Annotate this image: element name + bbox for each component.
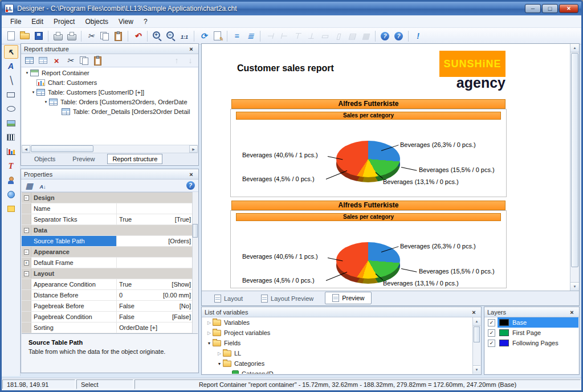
tab-layout-preview[interactable]: Layout Preview <box>254 293 320 304</box>
save-icon[interactable] <box>32 30 45 43</box>
line-tool[interactable] <box>4 74 18 87</box>
scrollbar-thumb[interactable] <box>571 53 578 267</box>
print-icon[interactable] <box>51 30 64 43</box>
same-width-icon[interactable] <box>318 30 331 43</box>
new-project-icon[interactable] <box>5 30 18 43</box>
help-icon[interactable] <box>378 30 392 43</box>
property-row-source-table-path[interactable]: Source Table Path [Orders] <box>22 236 193 247</box>
variables-scrollbar[interactable] <box>472 317 480 374</box>
property-category-design[interactable]: Design <box>22 193 193 203</box>
select-tool[interactable] <box>4 45 18 59</box>
tree-item-table-order-details[interactable]: Table: Order_Details [Orders2Order Detai… <box>22 107 198 116</box>
close-icon[interactable] <box>470 308 478 316</box>
delete-icon[interactable] <box>51 55 62 66</box>
html-object-tool[interactable] <box>4 187 18 201</box>
report-structure-header[interactable]: Report structure <box>21 44 198 54</box>
chart-tool[interactable] <box>4 145 18 158</box>
user-object-tool[interactable] <box>4 173 18 187</box>
scroll-up-icon[interactable] <box>570 44 579 52</box>
property-row-appearance-condition[interactable]: Appearance Condition True[Show] <box>22 279 193 290</box>
close-icon[interactable] <box>187 45 195 53</box>
tab-preview[interactable]: Preview <box>68 154 99 164</box>
property-row-pagebreak-condition[interactable]: Pagebreak Condition False[False] <box>22 312 193 322</box>
tab-report-structure[interactable]: Report structure <box>107 154 162 164</box>
paragraph-properties-2-icon[interactable] <box>244 30 257 43</box>
undo-icon[interactable] <box>131 30 144 43</box>
property-category-data[interactable]: Data <box>22 225 193 236</box>
expand-arrow-icon[interactable] <box>43 100 49 104</box>
layer-row-following-pages[interactable]: Following Pages <box>485 338 578 348</box>
layer-row-base[interactable]: Base <box>485 317 578 328</box>
menu-view[interactable]: View <box>113 16 138 27</box>
zoom-1to1-icon[interactable] <box>178 30 191 43</box>
open-project-icon[interactable] <box>18 30 31 43</box>
center-objects-icon[interactable] <box>359 30 372 43</box>
property-category-layout[interactable]: Layout <box>22 268 193 279</box>
expanded-arrow-icon[interactable] <box>206 341 213 345</box>
variables-header[interactable]: List of variables <box>202 307 481 317</box>
collapse-icon[interactable] <box>24 228 29 233</box>
property-category-appearance[interactable]: Appearance <box>22 247 193 258</box>
align-bottom-icon[interactable] <box>304 30 317 43</box>
tab-layout[interactable]: Layout <box>207 293 250 304</box>
tree-item-fields[interactable]: Fields <box>202 338 472 348</box>
close-icon[interactable] <box>187 170 195 178</box>
tree-item-categories[interactable]: Categories <box>202 358 472 369</box>
paste-table-icon[interactable] <box>37 55 48 66</box>
checkbox-checked-icon[interactable] <box>488 340 495 347</box>
expand-arrow-icon[interactable] <box>30 91 36 94</box>
align-grid-icon[interactable] <box>345 30 358 43</box>
expanded-arrow-icon[interactable] <box>216 362 223 366</box>
property-row-separator-ticks[interactable]: Separator Ticks True[True] <box>22 214 193 225</box>
text-tool[interactable] <box>4 59 18 73</box>
checkbox-checked-icon[interactable] <box>488 319 495 326</box>
layers-header[interactable]: Layers <box>484 307 579 317</box>
alphabetical-sort-icon[interactable] <box>37 180 48 191</box>
cut-icon[interactable] <box>64 55 76 66</box>
context-help-icon[interactable] <box>392 30 405 43</box>
align-left-icon[interactable] <box>263 30 276 43</box>
scrollbar-thumb[interactable] <box>31 145 93 152</box>
maximize-button[interactable] <box>542 4 558 13</box>
tree-item-table-orders[interactable]: Table: Orders [Customers2Orders, OrderDa… <box>22 97 198 107</box>
report-page[interactable]: Customer sales report SUNSHiNE agency Al… <box>202 44 570 291</box>
preview-vertical-scrollbar[interactable] <box>570 44 579 291</box>
categorized-view-icon[interactable] <box>23 180 35 191</box>
tree-item-categoryid[interactable]: CategoryID <box>202 369 472 374</box>
scrollbar-thumb[interactable] <box>474 326 480 342</box>
paste-icon[interactable] <box>112 30 125 43</box>
menu-file[interactable]: File <box>5 16 26 27</box>
zoom-out-icon[interactable] <box>164 30 177 43</box>
cut-icon[interactable] <box>84 30 97 43</box>
collapse-icon[interactable] <box>24 271 29 276</box>
picture-tool[interactable] <box>4 116 18 130</box>
menu-objects[interactable]: Objects <box>80 16 113 27</box>
property-grid-scrollbar[interactable] <box>192 192 198 333</box>
menu-project[interactable]: Project <box>48 16 80 27</box>
layer-row-first-page[interactable]: First Page <box>485 328 578 338</box>
form-template-tool[interactable] <box>4 202 18 215</box>
menu-edit[interactable]: Edit <box>26 16 48 27</box>
scroll-down-icon[interactable] <box>570 282 579 291</box>
property-row-default-frame[interactable]: Default Frame <box>22 258 193 268</box>
property-row-pagebreak-before[interactable]: Pagebreak Before False[No] <box>22 301 193 312</box>
title-bar[interactable]: LL Designer - C:\Program Files\combit\LL… <box>2 2 581 15</box>
refresh-icon[interactable] <box>197 30 210 43</box>
collapsed-arrow-icon[interactable] <box>206 320 213 325</box>
tab-preview[interactable]: Preview <box>325 292 372 304</box>
horizontal-scrollbar[interactable] <box>22 145 198 153</box>
scroll-right-icon[interactable] <box>189 145 198 153</box>
tree-item-table-customers[interactable]: Table: Customers [CustomerID [+]] <box>22 87 198 97</box>
tree-item-chart-customers[interactable]: Chart: Customers <box>22 77 198 87</box>
object-info-icon[interactable] <box>411 30 425 43</box>
tree-item-report-container[interactable]: Report Container <box>22 68 198 77</box>
collapsed-arrow-icon[interactable] <box>206 330 213 336</box>
property-help-icon[interactable] <box>185 180 196 191</box>
scroll-left-icon[interactable] <box>22 145 30 153</box>
print-options-icon[interactable] <box>65 30 78 43</box>
scrollbar-thumb[interactable] <box>193 224 198 238</box>
collapse-icon[interactable] <box>24 195 29 201</box>
zoom-in-icon[interactable] <box>150 30 164 43</box>
same-height-icon[interactable] <box>332 30 345 43</box>
tree-item-ll[interactable]: LL <box>202 348 472 358</box>
